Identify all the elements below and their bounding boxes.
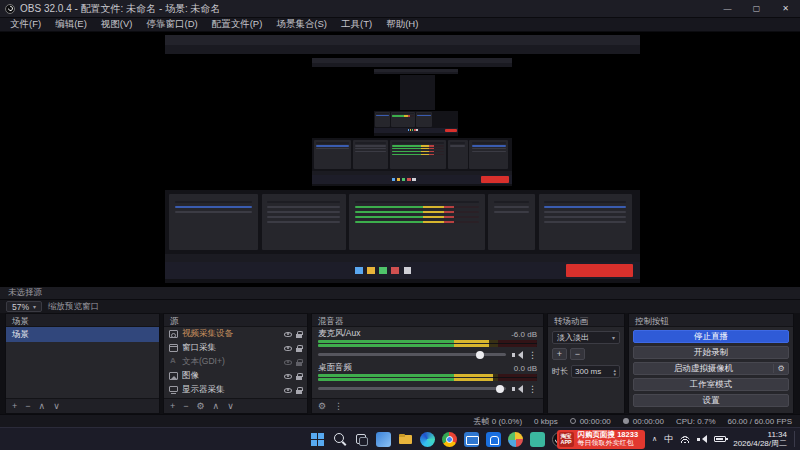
bitrate-stat: 0 kbps: [534, 417, 558, 426]
scene-up-button[interactable]: ∧: [39, 401, 46, 411]
wifi-icon[interactable]: [680, 436, 690, 443]
maximize-button[interactable]: ▢: [742, 0, 771, 17]
scene-item-selected[interactable]: 场景: [6, 327, 159, 342]
tray-overflow-chevron-icon[interactable]: ∧: [652, 435, 657, 443]
battery-icon[interactable]: [714, 436, 726, 442]
window-title: OBS 32.0.4 - 配置文件: 未命名 - 场景: 未命名: [20, 2, 221, 16]
volume-meter: [318, 374, 537, 381]
monitor-icon: [169, 386, 178, 392]
file-explorer-icon[interactable]: [398, 432, 413, 447]
store-icon[interactable]: [486, 432, 501, 447]
menu-help[interactable]: 帮助(H): [379, 17, 425, 32]
fps-stat: 60.00 / 60.00 FPS: [728, 417, 793, 426]
zoom-value: 57%: [12, 302, 29, 312]
virtual-camera-settings-icon[interactable]: ⚙: [773, 364, 788, 373]
remove-scene-button[interactable]: −: [25, 401, 30, 411]
visibility-eye-icon[interactable]: [284, 374, 292, 379]
chrome-browser-icon[interactable]: [442, 432, 457, 447]
source-item-video-capture[interactable]: 视频采集设备: [164, 327, 307, 341]
menu-tools[interactable]: 工具(T): [334, 17, 379, 32]
clock-date: 2026/4/28/周二: [733, 439, 787, 449]
clock-time: 11:34: [733, 430, 787, 440]
mixer-menu-button[interactable]: ⋮: [334, 401, 343, 411]
speaker-icon[interactable]: [512, 385, 522, 393]
source-item-window-capture[interactable]: 窗口采集: [164, 341, 307, 355]
menu-file[interactable]: 文件(F): [3, 17, 48, 32]
start-recording-button[interactable]: 开始录制: [633, 346, 789, 359]
menu-view[interactable]: 视图(V): [94, 17, 140, 32]
menu-docks[interactable]: 停靠窗口(D): [139, 17, 204, 32]
search-icon[interactable]: [332, 432, 347, 447]
add-transition-button[interactable]: +: [552, 348, 567, 360]
ad-headline: 闪购页面搜 18233: [578, 431, 638, 439]
visibility-eye-icon[interactable]: [284, 346, 292, 351]
mixer-channel-desktop: 桌面音频 0.0 dB ⋮: [312, 361, 543, 395]
sources-toolbar: + − ⚙ ∧ ∨: [164, 398, 307, 413]
lock-icon[interactable]: [296, 376, 302, 380]
edge-browser-icon[interactable]: [420, 432, 435, 447]
remove-transition-button[interactable]: −: [570, 348, 585, 360]
close-button[interactable]: ✕: [771, 0, 800, 17]
widgets-icon[interactable]: [376, 432, 391, 447]
duration-spinbox[interactable]: 300 ms ▴▾: [571, 365, 620, 378]
zoom-dropdown[interactable]: 57% ▾: [6, 301, 42, 312]
source-item-image[interactable]: 图像: [164, 369, 307, 383]
source-properties-button[interactable]: ⚙: [197, 401, 205, 411]
preview-canvas[interactable]: [0, 32, 800, 286]
channel-menu-icon[interactable]: ⋮: [528, 384, 537, 394]
channel-menu-icon[interactable]: ⋮: [528, 350, 537, 360]
spinner-arrows-icon[interactable]: ▴▾: [613, 368, 616, 376]
task-view-icon[interactable]: [354, 432, 369, 447]
menu-scene-collection[interactable]: 场景集合(S): [269, 17, 334, 32]
remove-source-button[interactable]: −: [183, 401, 188, 411]
add-scene-button[interactable]: +: [12, 401, 17, 411]
menu-bar: 文件(F) 编辑(E) 视图(V) 停靠窗口(D) 配置文件(P) 场景集合(S…: [0, 18, 800, 32]
start-button-icon[interactable]: [310, 432, 325, 447]
source-up-button[interactable]: ∧: [213, 401, 220, 411]
fit-preview-label: 缩放预览窗口: [48, 301, 99, 313]
dock-area: 场景 场景 + − ∧ ∨ 源 视频采集设备: [0, 313, 800, 414]
speaker-icon[interactable]: [512, 351, 522, 359]
taobao-logo: 淘宝 APP: [559, 432, 574, 447]
sources-panel-title: 源: [164, 314, 307, 327]
lock-icon[interactable]: [296, 362, 302, 366]
volume-icon[interactable]: [697, 435, 707, 443]
chat-app-icon[interactable]: [530, 432, 545, 447]
transition-select[interactable]: 淡入淡出 ▾: [552, 331, 620, 344]
minimize-button[interactable]: —: [713, 0, 742, 17]
visibility-eye-icon[interactable]: [284, 332, 292, 337]
taskbar-clock[interactable]: 11:34 2026/4/28/周二: [733, 430, 787, 449]
stop-streaming-button[interactable]: 停止直播: [633, 330, 789, 343]
volume-slider[interactable]: [318, 387, 506, 390]
lock-icon[interactable]: [296, 348, 302, 352]
volume-slider-handle[interactable]: [476, 351, 484, 359]
lock-icon[interactable]: [296, 390, 302, 394]
scenes-panel: 场景 场景 + − ∧ ∨: [5, 313, 160, 414]
stream-timer: 00:00:00: [570, 417, 611, 426]
menu-profile[interactable]: 配置文件(P): [205, 17, 270, 32]
studio-mode-button[interactable]: 工作室模式: [633, 378, 789, 391]
source-item-text[interactable]: 文本(GDI+): [164, 355, 307, 369]
recursive-capture-level-3: [374, 69, 458, 135]
preview-scale-toolbar: 57% ▾ 缩放预览窗口: [0, 299, 800, 313]
mixer-settings-button[interactable]: ⚙: [318, 401, 326, 411]
add-source-button[interactable]: +: [170, 401, 175, 411]
menu-edit[interactable]: 编辑(E): [48, 17, 94, 32]
volume-meter: [318, 340, 537, 347]
scene-down-button[interactable]: ∨: [53, 401, 60, 411]
mail-icon[interactable]: [464, 432, 479, 447]
volume-slider[interactable]: [318, 353, 506, 356]
visibility-eye-icon[interactable]: [284, 360, 292, 365]
obs-logo-icon: [5, 4, 15, 14]
source-item-display-capture[interactable]: 显示器采集: [164, 383, 307, 397]
volume-slider-handle[interactable]: [496, 385, 504, 393]
taobao-ad-notification[interactable]: 淘宝 APP 闪购页面搜 18233 每日领取外卖红包: [557, 430, 645, 449]
start-virtual-camera-button[interactable]: 启动虚拟摄像机: [634, 363, 773, 375]
lock-icon[interactable]: [296, 334, 302, 338]
settings-button[interactable]: 设置: [633, 394, 789, 407]
visibility-eye-icon[interactable]: [284, 388, 292, 393]
show-desktop-button[interactable]: [794, 431, 797, 447]
ime-language-indicator[interactable]: 中: [664, 433, 673, 446]
photos-icon[interactable]: [508, 432, 523, 447]
source-down-button[interactable]: ∨: [227, 401, 234, 411]
